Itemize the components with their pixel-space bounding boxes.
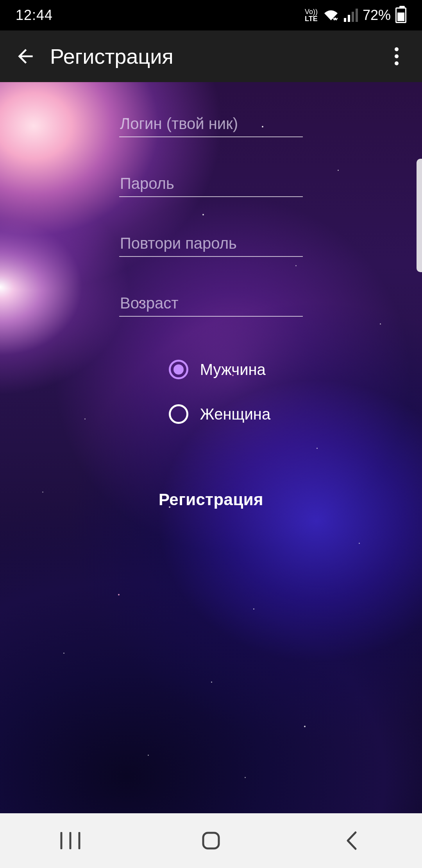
password-input[interactable] [119,172,303,197]
radio-selected-icon [169,360,188,379]
gender-female-label: Женщина [200,405,270,423]
submit-row: Регистрация [159,490,263,509]
gender-female-radio[interactable]: Женщина [169,404,270,424]
signal-icon [344,9,358,22]
gender-male-label: Мужчина [200,361,266,378]
radio-unselected-icon [169,404,188,424]
more-vert-icon [394,47,399,66]
content-area: Мужчина Женщина Регистрация [0,82,422,813]
gender-male-radio[interactable]: Мужчина [169,360,266,379]
wifi-icon [323,9,339,22]
repeat-password-input[interactable] [119,231,303,257]
register-button[interactable]: Регистрация [159,490,263,509]
overflow-menu-button[interactable] [379,39,414,74]
scrollbar-thumb[interactable] [417,159,422,272]
chevron-left-icon [345,831,359,850]
svg-point-7 [395,61,399,65]
nav-back-button[interactable] [313,825,391,856]
nav-home-button[interactable] [172,825,250,856]
status-time: 12:44 [16,7,53,23]
app-bar: Регистрация [0,30,422,82]
svg-rect-11 [203,833,219,848]
battery-icon [395,7,406,23]
svg-rect-3 [352,12,354,22]
back-button[interactable] [8,39,43,74]
recents-icon [60,832,81,849]
svg-rect-4 [356,9,358,22]
svg-point-6 [395,54,399,58]
status-bar: 12:44 Vo)) LTE 72% [0,0,422,30]
svg-rect-1 [344,18,346,22]
home-icon [201,831,221,850]
svg-point-5 [395,47,399,51]
system-nav-bar [0,813,422,868]
svg-rect-2 [348,15,350,22]
status-right: Vo)) LTE 72% [304,7,406,23]
gender-radio-group: Мужчина Женщина [169,360,270,424]
page-title: Регистрация [50,44,379,68]
age-input[interactable] [119,291,303,317]
registration-form: Мужчина Женщина Регистрация [0,82,422,813]
arrow-left-icon [14,45,36,67]
nav-recents-button[interactable] [31,825,109,856]
battery-percent: 72% [363,7,391,23]
volte-icon: Vo)) LTE [304,8,318,23]
login-input[interactable] [119,112,303,137]
